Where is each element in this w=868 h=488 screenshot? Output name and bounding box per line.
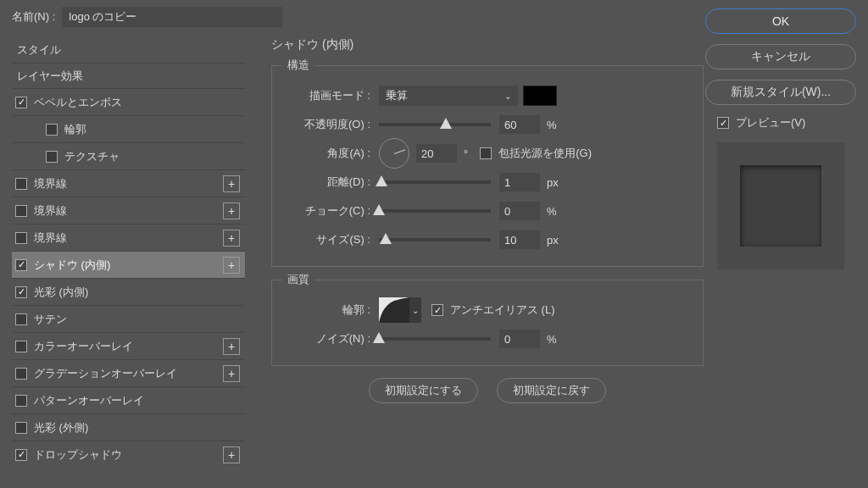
style-checkbox[interactable] (15, 232, 27, 244)
blend-mode-label: 描画モード : (282, 88, 379, 103)
style-row[interactable]: カラーオーバーレイ+ (12, 332, 245, 359)
style-label: 境界線 (34, 176, 67, 191)
global-light-label: 包括光源を使用(G) (498, 146, 592, 161)
size-input[interactable] (499, 230, 540, 249)
blend-mode-select[interactable]: 乗算 ⌄ (379, 86, 518, 106)
style-label: パターンオーバーレイ (34, 393, 144, 408)
add-effect-icon[interactable]: + (223, 446, 240, 463)
style-label: テクスチャ (64, 149, 120, 164)
style-row[interactable]: グラデーションオーバーレイ+ (12, 359, 245, 386)
style-checkbox[interactable] (15, 368, 27, 380)
distance-input[interactable] (499, 173, 540, 191)
style-row[interactable]: 境界線+ (12, 224, 245, 251)
antialias-label: アンチエイリアス (L) (450, 302, 555, 318)
make-default-button[interactable]: 初期設定にする (369, 378, 478, 403)
opacity-label: 不透明度(O) : (282, 117, 379, 132)
add-effect-icon[interactable]: + (223, 338, 240, 355)
distance-label: 距離(D) : (282, 175, 379, 190)
settings-panel: シャドウ (内側) 構造 描画モード : 乗算 ⌄ 不透明度(O) : % 角度… (271, 37, 704, 403)
opacity-slider[interactable] (379, 123, 491, 126)
style-row[interactable]: 境界線+ (12, 197, 245, 224)
reset-default-button[interactable]: 初期設定に戻す (497, 378, 606, 403)
styles-sidebar: スタイル レイヤー効果 ✓ベベルとエンボス輪郭テクスチャ境界線+境界線+境界線+… (12, 37, 245, 468)
angle-input[interactable] (416, 144, 457, 163)
structure-legend: 構造 (282, 58, 314, 73)
name-input[interactable] (62, 7, 282, 27)
style-checkbox[interactable]: ✓ (15, 286, 27, 298)
style-label: シャドウ (内側) (34, 258, 110, 273)
new-style-button[interactable]: 新規スタイル(W)... (705, 80, 856, 105)
preview-label: プレビュー(V) (736, 115, 805, 130)
add-effect-icon[interactable]: + (223, 202, 240, 219)
contour-picker[interactable] (379, 297, 409, 323)
choke-slider[interactable] (379, 209, 491, 213)
choke-unit: % (547, 205, 557, 218)
style-label: サテン (34, 312, 67, 327)
noise-input[interactable] (499, 330, 540, 348)
style-row[interactable]: ✓光彩 (内側) (12, 278, 245, 305)
style-checkbox[interactable]: ✓ (15, 449, 27, 461)
style-checkbox[interactable] (46, 124, 58, 136)
style-row[interactable]: テクスチャ (12, 142, 245, 169)
style-label: カラーオーバーレイ (34, 339, 133, 354)
add-effect-icon[interactable]: + (223, 230, 240, 247)
style-checkbox[interactable] (15, 422, 27, 434)
style-row[interactable]: 輪郭 (12, 115, 245, 142)
style-checkbox[interactable]: ✓ (15, 259, 27, 271)
style-row[interactable]: パターンオーバーレイ (12, 386, 245, 413)
angle-dial[interactable] (379, 138, 409, 169)
add-effect-icon[interactable]: + (223, 257, 240, 274)
contour-dropdown[interactable]: ⌄ (409, 297, 421, 323)
style-row[interactable]: ✓ドロップシャドウ+ (12, 441, 245, 468)
noise-slider[interactable] (379, 337, 491, 341)
style-label: ドロップシャドウ (34, 447, 122, 463)
style-label: 境界線 (34, 203, 67, 219)
structure-group: 構造 描画モード : 乗算 ⌄ 不透明度(O) : % 角度(A) : ° 包括… (271, 58, 704, 267)
global-light-checkbox[interactable] (480, 147, 492, 159)
shadow-color-swatch[interactable] (523, 86, 557, 106)
style-checkbox[interactable]: ✓ (15, 97, 27, 108)
style-row[interactable]: ✓シャドウ (内側)+ (12, 251, 245, 278)
distance-slider[interactable] (379, 180, 491, 184)
style-row[interactable]: サテン (12, 305, 245, 332)
layer-effects-header[interactable]: レイヤー効果 (12, 63, 245, 88)
style-checkbox[interactable] (15, 313, 27, 325)
angle-label: 角度(A) : (282, 146, 379, 161)
name-label: 名前(N) : (12, 9, 55, 25)
noise-label: ノイズ(N) : (282, 331, 379, 347)
style-checkbox[interactable] (15, 205, 27, 217)
cancel-button[interactable]: キャンセル (705, 44, 856, 69)
style-label: 光彩 (内側) (34, 285, 88, 300)
noise-unit: % (547, 333, 557, 346)
add-effect-icon[interactable]: + (223, 175, 240, 192)
style-label: ベベルとエンボス (34, 95, 122, 110)
blend-mode-value: 乗算 (386, 88, 408, 103)
section-title: シャドウ (内側) (271, 37, 704, 53)
style-checkbox[interactable] (15, 395, 27, 407)
preview-swatch (740, 165, 821, 247)
style-checkbox[interactable] (15, 341, 27, 352)
style-row[interactable]: 光彩 (外側) (12, 413, 245, 441)
style-row[interactable]: 境界線+ (12, 169, 245, 197)
styles-header[interactable]: スタイル (12, 37, 245, 63)
style-checkbox[interactable] (15, 178, 27, 190)
size-label: サイズ(S) : (282, 232, 379, 247)
size-unit: px (547, 234, 559, 247)
name-row: 名前(N) : (12, 7, 282, 27)
style-checkbox[interactable] (46, 151, 58, 163)
chevron-down-icon: ⌄ (412, 306, 419, 315)
right-panel: OK キャンセル 新規スタイル(W)... ✓ プレビュー(V) (705, 8, 856, 269)
style-label: 光彩 (外側) (34, 420, 88, 435)
add-effect-icon[interactable]: + (223, 365, 240, 382)
opacity-input[interactable] (499, 115, 540, 134)
preview-checkbox[interactable]: ✓ (717, 117, 729, 129)
antialias-checkbox[interactable]: ✓ (431, 304, 443, 316)
size-slider[interactable] (379, 238, 491, 241)
ok-button[interactable]: OK (705, 8, 856, 34)
choke-input[interactable] (499, 202, 540, 220)
choke-label: チョーク(C) : (282, 203, 379, 219)
quality-group: 画質 輪郭 : ⌄ ✓ アンチエイリアス (L) ノイズ(N) : % (271, 272, 704, 366)
style-label: グラデーションオーバーレイ (34, 366, 177, 381)
style-row[interactable]: ✓ベベルとエンボス (12, 88, 245, 115)
angle-unit: ° (464, 147, 468, 160)
